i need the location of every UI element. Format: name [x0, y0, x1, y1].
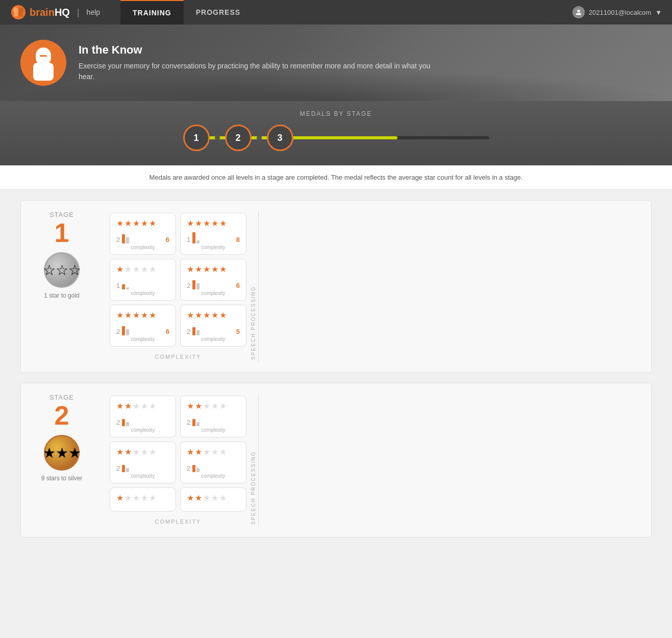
- bar-seg-2: [196, 422, 200, 426]
- stage-2-card-4[interactable]: ★ ★ ★ ★ ★ 2: [180, 441, 246, 483]
- username: 20211001@localcom: [589, 9, 651, 16]
- star-2: ★: [195, 264, 202, 274]
- star-5: ★: [149, 264, 156, 274]
- svg-point-5: [577, 10, 580, 12]
- stage-1-card-2[interactable]: ★ ★ ★ ★ ★ 1: [180, 213, 246, 255]
- complexity-left-num: 2: [116, 464, 120, 472]
- stage-1-card-3[interactable]: ★ ★ ★ ★ ★ 1: [110, 259, 176, 301]
- stage-2-card-5[interactable]: ★ ★ ★ ★ ★: [110, 487, 176, 511]
- complexity-label: complexity: [116, 244, 169, 250]
- star-4: ★: [141, 264, 148, 274]
- star-1: ★: [116, 447, 123, 457]
- star-5: ★: [219, 493, 227, 503]
- help-link[interactable]: help: [87, 8, 100, 16]
- stage-1-card-6[interactable]: ★ ★ ★ ★ ★ 2: [180, 305, 246, 347]
- medal-stage-1[interactable]: 1: [183, 125, 210, 151]
- star-5: ★: [219, 447, 227, 457]
- complexity-cell: 2 6 complexity: [116, 232, 169, 250]
- bar-seg-1: [192, 465, 195, 472]
- star-3: ★: [203, 218, 210, 228]
- complexity-row: 1: [116, 278, 169, 289]
- star-3: ★: [133, 218, 140, 228]
- complexity-row: 1 8: [187, 232, 240, 243]
- stage-2-meta: 9 stars to silver: [41, 475, 83, 482]
- complexity-right-num: 6: [166, 328, 169, 335]
- tab-training[interactable]: TRAINING: [120, 0, 184, 24]
- star-4: ★: [141, 447, 148, 457]
- stage-1-speech-label: SPEECH PROCESSING: [248, 211, 259, 362]
- complexity-left: 1: [116, 278, 129, 289]
- star-3: ★: [133, 447, 140, 457]
- complexity-bar: [122, 461, 129, 472]
- star-4: ★: [211, 493, 218, 503]
- stage-2-card-3[interactable]: ★ ★ ★ ★ ★ 2: [110, 441, 176, 483]
- star-3: ★: [203, 447, 210, 457]
- stage-2-card-6[interactable]: ★ ★ ★ ★ ★: [180, 487, 246, 511]
- tab-progress[interactable]: PROGRESS: [184, 0, 253, 24]
- star-1: ★: [116, 493, 123, 503]
- hero-avatar: [20, 40, 66, 86]
- star-5: ★: [219, 264, 227, 274]
- logo-text: brainHQ: [30, 7, 70, 18]
- complexity-left-num: 2: [187, 328, 190, 335]
- stage-2-card-2[interactable]: ★ ★ ★ ★ ★ 2: [180, 396, 246, 437]
- complexity-bar: [192, 278, 200, 289]
- medal-stage-3[interactable]: 3: [267, 125, 293, 151]
- complexity-left: 2: [116, 232, 129, 243]
- complexity-left: 2: [187, 461, 200, 472]
- stage-1-card-4[interactable]: ★ ★ ★ ★ ★ 2: [180, 259, 246, 301]
- star-2: ★: [195, 218, 202, 228]
- bar-seg-1: [192, 280, 195, 289]
- complexity-left: 2: [116, 461, 129, 472]
- star-5: ★: [149, 218, 156, 228]
- medals-row: 1 2 3: [183, 125, 489, 151]
- star-1: ★: [187, 493, 194, 503]
- star-4: ★: [211, 264, 218, 274]
- user-menu[interactable]: 20211001@localcom ▼: [573, 6, 662, 18]
- stars-row: ★ ★ ★ ★ ★: [116, 401, 156, 411]
- hero-description: Exercise your memory for conversations b…: [79, 61, 436, 82]
- stage-1-card-5[interactable]: ★ ★ ★ ★ ★ 2: [110, 305, 176, 347]
- complexity-left-num: 2: [187, 282, 190, 289]
- stage-1-section: STAGE 1 ☆☆☆ 1 star to gold ★ ★ ★ ★: [20, 200, 652, 373]
- complexity-row: 2 6: [116, 324, 169, 335]
- complexity-label: complexity: [116, 473, 169, 479]
- stage-2-cards-grid: ★ ★ ★ ★ ★ 2: [108, 394, 248, 527]
- navigation: brainHQ | help TRAINING PROGRESS 2021100…: [0, 0, 672, 24]
- stage-1-row-1: ★ ★ ★ ★ ★ 2: [108, 211, 248, 257]
- bar-seg-2: [126, 287, 129, 289]
- dropdown-icon[interactable]: ▼: [655, 9, 662, 16]
- complexity-row: 2 5: [187, 324, 240, 335]
- logo[interactable]: brainHQ: [10, 4, 70, 20]
- stage-1-meta: 1 star to gold: [44, 292, 79, 299]
- complexity-bar: [122, 232, 129, 243]
- bar-seg-2: [196, 283, 200, 289]
- stage-2-number: 2: [55, 402, 69, 429]
- complexity-bar: [192, 415, 200, 426]
- star-1: ★: [116, 310, 123, 320]
- stars-row: ★ ★ ★ ★ ★: [116, 264, 156, 274]
- medal-stage-2[interactable]: 2: [225, 125, 252, 151]
- stage-1-label: STAGE: [49, 211, 74, 218]
- star-1: ★: [187, 218, 194, 228]
- complexity-cell: 1 8 complexity: [187, 232, 240, 250]
- hero-text: In the Know Exercise your memory for con…: [79, 43, 436, 82]
- stage-2-card-1[interactable]: ★ ★ ★ ★ ★ 2: [110, 396, 176, 437]
- stage-2-section: STAGE 2 ★★★ 9 stars to silver ★ ★ ★ ★: [20, 383, 652, 537]
- stars-row: ★ ★ ★ ★ ★: [116, 310, 156, 320]
- star-1: ★: [187, 310, 194, 320]
- stars-row: ★ ★ ★ ★ ★: [187, 493, 227, 503]
- star-4: ★: [141, 493, 148, 503]
- bar-seg-2: [126, 422, 129, 426]
- complexity-left-num: 2: [187, 464, 190, 472]
- complexity-left-num: 2: [116, 328, 120, 335]
- star-4: ★: [141, 310, 148, 320]
- star-4: ★: [211, 310, 218, 320]
- stars-row: ★ ★ ★ ★ ★: [116, 218, 156, 228]
- stage-1-card-1[interactable]: ★ ★ ★ ★ ★ 2: [110, 213, 176, 255]
- complexity-cell: 2 5 complexity: [187, 324, 240, 342]
- stage-2-badge: ★★★: [44, 435, 80, 471]
- complexity-bar: [122, 324, 129, 335]
- star-2: ★: [125, 401, 132, 411]
- complexity-left-num: 1: [187, 236, 190, 243]
